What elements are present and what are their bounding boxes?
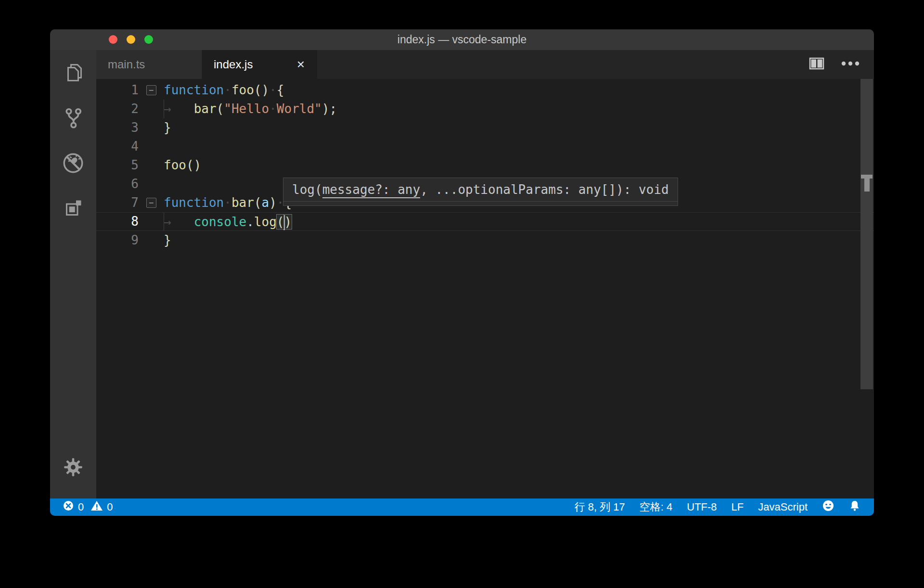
line-number: 1: [96, 81, 139, 100]
code-line[interactable]: 4: [96, 137, 874, 156]
sidebar-item-source-control[interactable]: [50, 95, 96, 141]
tab-label: main.ts: [108, 58, 145, 71]
settings-gear-button[interactable]: [50, 445, 96, 490]
line-number: 9: [96, 231, 139, 250]
bell-icon: [849, 499, 860, 515]
line-number: 4: [96, 137, 139, 156]
line-number: 5: [96, 156, 139, 175]
fold-icon[interactable]: −: [146, 85, 156, 95]
line-number: 8: [96, 212, 139, 231]
indentation-setting[interactable]: 空格: 4: [640, 500, 672, 514]
code-line[interactable]: 1−function·foo()·{: [96, 81, 874, 100]
gutter[interactable]: 4: [96, 137, 164, 156]
split-editor-button[interactable]: [808, 56, 826, 73]
error-icon: [63, 500, 74, 514]
tab-bar: main.ts index.js ×: [96, 50, 874, 79]
code-line[interactable]: 5foo(): [96, 156, 874, 175]
debug-no-bug-icon: [61, 151, 85, 175]
code-text: → console.log(): [164, 213, 874, 230]
error-count[interactable]: 0: [63, 500, 84, 514]
code-line[interactable]: 3}: [96, 118, 874, 137]
gutter[interactable]: 5: [96, 156, 164, 175]
gear-icon: [62, 456, 84, 478]
code-text: [164, 137, 874, 156]
sidebar-item-extensions[interactable]: [50, 186, 96, 231]
signature-text: log(message?: any, ...optionalParams: an…: [283, 178, 678, 201]
tab-label: index.js: [214, 58, 253, 71]
line-number: 7: [96, 193, 139, 212]
code-text: }: [164, 118, 874, 137]
sidebar-item-explorer[interactable]: [50, 50, 96, 95]
gutter[interactable]: 3: [96, 118, 164, 137]
gutter[interactable]: 9: [96, 231, 164, 250]
activity-bar: [50, 50, 96, 499]
warning-count[interactable]: 0: [90, 500, 113, 514]
gutter[interactable]: 2: [96, 100, 164, 118]
files-icon: [62, 61, 85, 84]
gutter[interactable]: 8: [96, 213, 164, 230]
window-title: index.js — vscode-sample: [50, 29, 874, 50]
code-text: }: [164, 231, 874, 250]
cursor-position[interactable]: 行 8, 列 17: [575, 500, 625, 514]
line-number: 6: [96, 175, 139, 193]
code-line[interactable]: 9}: [96, 231, 874, 250]
tab-index-js[interactable]: index.js ×: [202, 50, 318, 79]
title-bar: index.js — vscode-sample: [50, 29, 874, 50]
notifications-bell-button[interactable]: [849, 499, 860, 515]
code-text: → bar("Hello·World");: [164, 100, 874, 118]
line-number: 3: [96, 118, 139, 137]
tooltip-doc-strip: [283, 201, 678, 205]
language-mode[interactable]: JavaScript: [758, 501, 808, 513]
code-editor[interactable]: 1−function·foo()·{2→ bar("Hello·World");…: [96, 79, 874, 499]
status-bar: 0 0 行 8, 列 17 空格: 4 UTF-8 LF JavaScript: [50, 499, 874, 516]
active-parameter: message?: any: [322, 182, 421, 198]
code-line[interactable]: 8→ console.log(): [96, 212, 874, 231]
more-actions-button[interactable]: [840, 60, 860, 69]
extensions-icon: [62, 197, 85, 220]
code-text: foo(): [164, 156, 874, 175]
git-branch-icon: [62, 106, 85, 129]
feedback-smiley-button[interactable]: [822, 499, 834, 515]
tab-main-ts[interactable]: main.ts: [96, 50, 202, 79]
gutter[interactable]: 7−: [96, 193, 164, 212]
code-lines: 1−function·foo()·{2→ bar("Hello·World");…: [96, 81, 874, 250]
line-number: 2: [96, 100, 139, 118]
smiley-icon: [822, 499, 834, 515]
vscode-window: index.js — vscode-sample: [50, 29, 874, 516]
gutter[interactable]: 6: [96, 175, 164, 193]
parameter-hints-tooltip: log(message?: any, ...optionalParams: an…: [283, 178, 678, 206]
fold-icon[interactable]: −: [146, 198, 156, 208]
close-tab-icon[interactable]: ×: [296, 58, 306, 71]
warning-icon: [90, 500, 103, 514]
sidebar-item-debug[interactable]: [50, 141, 96, 186]
code-line[interactable]: 2→ bar("Hello·World");: [96, 100, 874, 118]
code-text: function·foo()·{: [164, 81, 874, 100]
gutter[interactable]: 1−: [96, 81, 164, 100]
encoding[interactable]: UTF-8: [687, 501, 717, 513]
scrollbar-marker: [860, 175, 873, 192]
eol-sequence[interactable]: LF: [732, 501, 744, 513]
editor-scrollbar[interactable]: [860, 79, 873, 389]
